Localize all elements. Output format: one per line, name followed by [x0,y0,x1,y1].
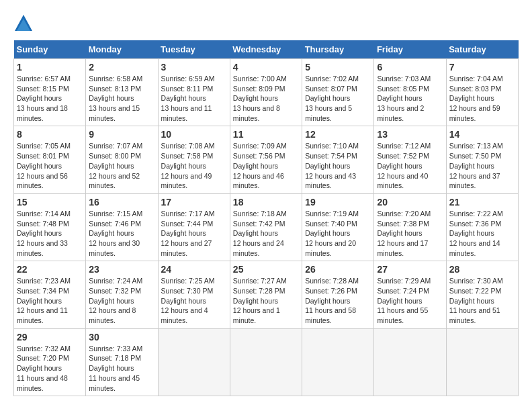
day-info: Sunrise: 7:12 AM Sunset: 7:52 PM Dayligh… [377,141,443,190]
column-header-saturday: Saturday [446,40,518,59]
day-info: Sunrise: 6:59 AM Sunset: 8:11 PM Dayligh… [161,74,227,123]
day-number: 7 [449,62,515,73]
day-info: Sunrise: 7:14 AM Sunset: 7:48 PM Dayligh… [17,209,83,258]
day-info: Sunrise: 7:27 AM Sunset: 7:28 PM Dayligh… [233,276,299,325]
day-info: Sunrise: 7:29 AM Sunset: 7:24 PM Dayligh… [377,276,443,325]
header-row: SundayMondayTuesdayWednesdayThursdayFrid… [14,40,519,59]
calendar-cell: 20 Sunrise: 7:20 AM Sunset: 7:38 PM Dayl… [374,193,446,261]
day-info: Sunrise: 7:20 AM Sunset: 7:38 PM Dayligh… [377,209,443,258]
calendar-cell: 1 Sunrise: 6:57 AM Sunset: 8:15 PM Dayli… [14,59,86,126]
day-info: Sunrise: 7:22 AM Sunset: 7:36 PM Dayligh… [449,209,515,258]
day-number: 13 [377,129,443,140]
logo-icon [13,13,34,34]
day-number: 27 [377,264,443,275]
column-header-wednesday: Wednesday [230,40,302,59]
column-header-friday: Friday [374,40,446,59]
calendar-cell: 17 Sunrise: 7:17 AM Sunset: 7:44 PM Dayl… [158,193,230,261]
calendar-cell: 27 Sunrise: 7:29 AM Sunset: 7:24 PM Dayl… [374,261,446,328]
day-info: Sunrise: 7:09 AM Sunset: 7:56 PM Dayligh… [233,141,299,190]
calendar-cell: 21 Sunrise: 7:22 AM Sunset: 7:36 PM Dayl… [446,193,518,261]
column-header-monday: Monday [86,40,158,59]
day-info: Sunrise: 7:03 AM Sunset: 8:05 PM Dayligh… [377,74,443,123]
day-number: 14 [449,129,515,140]
calendar-cell [158,328,230,396]
day-number: 6 [377,62,443,73]
column-header-tuesday: Tuesday [158,40,230,59]
calendar-cell: 12 Sunrise: 7:10 AM Sunset: 7:54 PM Dayl… [302,126,374,193]
day-number: 2 [89,62,154,73]
day-number: 22 [17,264,83,275]
calendar-cell: 10 Sunrise: 7:08 AM Sunset: 7:58 PM Dayl… [158,126,230,193]
day-number: 17 [161,197,227,208]
day-info: Sunrise: 7:18 AM Sunset: 7:42 PM Dayligh… [233,209,299,258]
day-number: 16 [89,197,154,208]
calendar-cell: 3 Sunrise: 6:59 AM Sunset: 8:11 PM Dayli… [158,59,230,126]
week-row-1: 8 Sunrise: 7:05 AM Sunset: 8:01 PM Dayli… [14,126,519,193]
day-number: 29 [17,332,83,342]
calendar-cell: 11 Sunrise: 7:09 AM Sunset: 7:56 PM Dayl… [230,126,302,193]
calendar-cell: 9 Sunrise: 7:07 AM Sunset: 8:00 PM Dayli… [86,126,158,193]
calendar-table: SundayMondayTuesdayWednesdayThursdayFrid… [13,40,519,396]
day-info: Sunrise: 7:00 AM Sunset: 8:09 PM Dayligh… [233,74,299,123]
week-row-3: 22 Sunrise: 7:23 AM Sunset: 7:34 PM Dayl… [14,261,519,328]
day-info: Sunrise: 7:08 AM Sunset: 7:58 PM Dayligh… [161,141,227,190]
calendar-cell: 22 Sunrise: 7:23 AM Sunset: 7:34 PM Dayl… [14,261,86,328]
day-info: Sunrise: 7:15 AM Sunset: 7:46 PM Dayligh… [89,209,154,258]
day-info: Sunrise: 7:28 AM Sunset: 7:26 PM Dayligh… [305,276,371,325]
calendar-cell: 19 Sunrise: 7:19 AM Sunset: 7:40 PM Dayl… [302,193,374,261]
week-row-2: 15 Sunrise: 7:14 AM Sunset: 7:48 PM Dayl… [14,193,519,261]
calendar-cell: 8 Sunrise: 7:05 AM Sunset: 8:01 PM Dayli… [14,126,86,193]
column-header-sunday: Sunday [14,40,86,59]
day-info: Sunrise: 7:30 AM Sunset: 7:22 PM Dayligh… [449,276,515,325]
day-number: 26 [305,264,371,275]
day-info: Sunrise: 7:02 AM Sunset: 8:07 PM Dayligh… [305,74,371,123]
day-number: 20 [377,197,443,208]
column-header-thursday: Thursday [302,40,374,59]
calendar-cell: 4 Sunrise: 7:00 AM Sunset: 8:09 PM Dayli… [230,59,302,126]
day-info: Sunrise: 6:57 AM Sunset: 8:15 PM Dayligh… [17,74,83,123]
day-info: Sunrise: 7:04 AM Sunset: 8:03 PM Dayligh… [449,74,515,123]
day-number: 15 [17,197,83,208]
week-row-0: 1 Sunrise: 6:57 AM Sunset: 8:15 PM Dayli… [14,59,519,126]
calendar-cell: 7 Sunrise: 7:04 AM Sunset: 8:03 PM Dayli… [446,59,518,126]
day-number: 1 [17,62,83,73]
day-info: Sunrise: 7:32 AM Sunset: 7:20 PM Dayligh… [17,344,83,393]
day-number: 28 [449,264,515,275]
calendar-cell: 28 Sunrise: 7:30 AM Sunset: 7:22 PM Dayl… [446,261,518,328]
day-number: 25 [233,264,299,275]
day-number: 19 [305,197,371,208]
calendar-cell: 2 Sunrise: 6:58 AM Sunset: 8:13 PM Dayli… [86,59,158,126]
calendar-cell [230,328,302,396]
calendar-cell: 24 Sunrise: 7:25 AM Sunset: 7:30 PM Dayl… [158,261,230,328]
calendar-cell [446,328,518,396]
day-number: 30 [89,332,154,342]
day-number: 12 [305,129,371,140]
day-info: Sunrise: 7:10 AM Sunset: 7:54 PM Dayligh… [305,141,371,190]
calendar-cell: 13 Sunrise: 7:12 AM Sunset: 7:52 PM Dayl… [374,126,446,193]
day-info: Sunrise: 7:25 AM Sunset: 7:30 PM Dayligh… [161,276,227,325]
day-info: Sunrise: 7:05 AM Sunset: 8:01 PM Dayligh… [17,141,83,190]
day-info: Sunrise: 7:23 AM Sunset: 7:34 PM Dayligh… [17,276,83,325]
calendar-cell: 14 Sunrise: 7:13 AM Sunset: 7:50 PM Dayl… [446,126,518,193]
calendar-cell: 26 Sunrise: 7:28 AM Sunset: 7:26 PM Dayl… [302,261,374,328]
page-header [13,13,519,34]
day-number: 18 [233,197,299,208]
day-info: Sunrise: 7:24 AM Sunset: 7:32 PM Dayligh… [89,276,154,325]
day-number: 4 [233,62,299,73]
week-row-4: 29 Sunrise: 7:32 AM Sunset: 7:20 PM Dayl… [14,328,519,396]
day-number: 3 [161,62,227,73]
calendar-cell: 15 Sunrise: 7:14 AM Sunset: 7:48 PM Dayl… [14,193,86,261]
day-info: Sunrise: 7:07 AM Sunset: 8:00 PM Dayligh… [89,141,154,190]
calendar-cell: 29 Sunrise: 7:32 AM Sunset: 7:20 PM Dayl… [14,328,86,396]
calendar-cell: 6 Sunrise: 7:03 AM Sunset: 8:05 PM Dayli… [374,59,446,126]
day-number: 5 [305,62,371,73]
day-info: Sunrise: 7:33 AM Sunset: 7:18 PM Dayligh… [89,344,154,393]
day-info: Sunrise: 7:19 AM Sunset: 7:40 PM Dayligh… [305,209,371,258]
day-number: 10 [161,129,227,140]
calendar-cell: 30 Sunrise: 7:33 AM Sunset: 7:18 PM Dayl… [86,328,158,396]
day-info: Sunrise: 7:17 AM Sunset: 7:44 PM Dayligh… [161,209,227,258]
logo [13,13,36,34]
day-number: 8 [17,129,83,140]
day-number: 11 [233,129,299,140]
day-info: Sunrise: 6:58 AM Sunset: 8:13 PM Dayligh… [89,74,154,123]
